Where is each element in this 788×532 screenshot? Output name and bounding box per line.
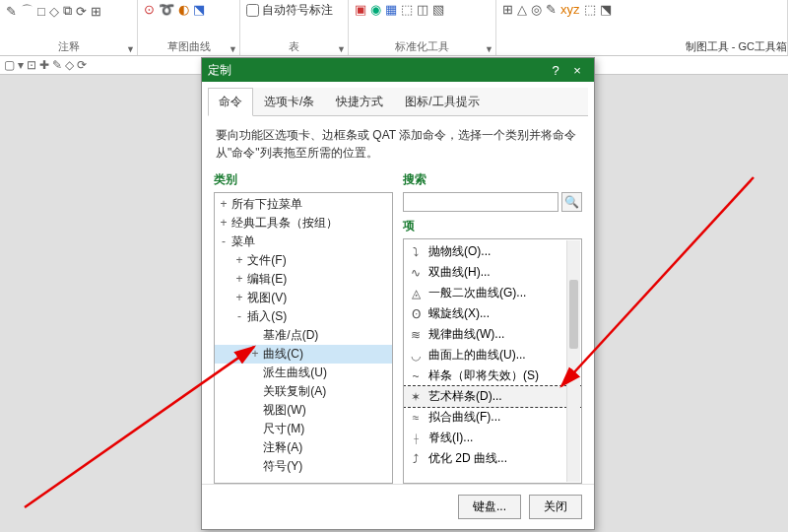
tree-node[interactable]: 视图(W): [215, 401, 392, 420]
tree-node[interactable]: - 插入(S): [215, 307, 392, 326]
item-icon: ⟊: [408, 431, 424, 446]
group-label: 注释: [0, 39, 137, 54]
group-label: 草图曲线: [138, 39, 239, 54]
list-item[interactable]: ~样条（即将失效）(S): [404, 366, 581, 386]
tab-tabs[interactable]: 选项卡/条: [253, 88, 325, 115]
item-icon: ◬: [408, 286, 424, 301]
item-icon: ≋: [408, 327, 424, 343]
dialog-desc: 要向功能区选项卡、边框条或 QAT 添加命令，选择一个类别并将命令从"命令"列表…: [202, 116, 594, 171]
list-item[interactable]: ◡曲面上的曲线(U)...: [404, 345, 581, 366]
ribbon-group-annotate: ✎⌒□◇⧉⟳⊞ 注释 ▼: [0, 0, 138, 55]
tree-node[interactable]: 派生曲线(U): [215, 364, 392, 382]
toolbar-icon[interactable]: ⊡: [27, 58, 36, 72]
dialog-tabs: 命令 选项卡/条 快捷方式 图标/工具提示: [208, 88, 588, 116]
tab-shortcuts[interactable]: 快捷方式: [325, 88, 394, 115]
tree-node[interactable]: + 编辑(E): [215, 270, 392, 289]
close-icon[interactable]: ×: [566, 63, 588, 78]
toolbar-icon[interactable]: ✚: [39, 58, 49, 72]
item-label: 曲面上的曲线(U)...: [428, 347, 526, 364]
ribbon-group-misc: ⊞△◎✎xyz⬚⬔ 制图工具 - GC工具箱: [496, 0, 788, 55]
toolbar-icon[interactable]: ▢: [4, 58, 15, 72]
search-label: 搜索: [403, 171, 582, 188]
keyboard-button[interactable]: 键盘...: [458, 495, 521, 519]
tree-node[interactable]: + 曲线(C): [215, 345, 392, 364]
chevron-down-icon[interactable]: ▼: [126, 44, 135, 54]
ribbon-icons: ⊞△◎✎xyz⬚⬔: [502, 2, 781, 17]
item-icon: ⤴: [408, 451, 424, 467]
scrollbar[interactable]: [566, 240, 580, 482]
tree-node[interactable]: 基准/点(D): [215, 326, 392, 345]
search-button[interactable]: 🔍: [561, 192, 582, 212]
ribbon-group-autolabel: 自动符号标注 表 ▼: [240, 0, 349, 55]
item-icon: ∿: [408, 265, 424, 281]
item-icon: ~: [408, 368, 424, 384]
item-label: 优化 2D 曲线...: [428, 450, 507, 467]
tree-node[interactable]: 尺寸(M): [215, 420, 392, 438]
chevron-down-icon[interactable]: ▼: [229, 44, 237, 54]
ribbon-group-sketchcurve: ⊙➰◐⬔ 草图曲线 ▼: [138, 0, 240, 55]
group-label: 表: [240, 39, 348, 54]
customize-dialog: 定制 ? × 命令 选项卡/条 快捷方式 图标/工具提示 要向功能区选项卡、边框…: [201, 57, 595, 530]
titlebar[interactable]: 定制 ? ×: [202, 58, 594, 82]
toolbar-icon[interactable]: ⟳: [77, 58, 87, 72]
items-list[interactable]: ⤵抛物线(O)...∿双曲线(H)...◬一般二次曲线(G)...ʘ螺旋线(X)…: [403, 238, 582, 484]
category-label: 类别: [214, 171, 393, 188]
ribbon-icons: ▣◉▦⬚◫▧: [355, 2, 490, 17]
scroll-thumb[interactable]: [569, 280, 578, 349]
item-icon: ◡: [408, 348, 424, 364]
list-item[interactable]: ʘ螺旋线(X)...: [404, 303, 581, 324]
chevron-down-icon[interactable]: ▼: [485, 44, 493, 54]
ribbon-icons: ✎⌒□◇⧉⟳⊞: [6, 2, 131, 20]
list-item[interactable]: ⟊脊线(I)...: [404, 428, 581, 448]
list-item[interactable]: ⤵抛物线(O)...: [404, 241, 581, 262]
item-label: 拟合曲线(F)...: [428, 409, 500, 426]
tree-node[interactable]: 注释(A): [215, 438, 392, 457]
tab-commands[interactable]: 命令: [208, 88, 253, 116]
item-icon: ʘ: [408, 306, 424, 322]
tree-node[interactable]: 关联复制(A): [215, 382, 392, 401]
group-label: 标准化工具: [349, 39, 495, 54]
close-button[interactable]: 关闭: [529, 495, 582, 519]
tree-node[interactable]: + 视图(V): [215, 289, 392, 307]
tree-node[interactable]: + 经典工具条（按组）: [215, 214, 392, 233]
list-item[interactable]: ✶艺术样条(D)...: [404, 386, 581, 407]
item-icon: ≈: [408, 410, 424, 426]
toolbox-label: 制图工具 - GC工具箱: [496, 39, 787, 54]
category-column: 类别 + 所有下拉菜单+ 经典工具条（按组）- 菜单+ 文件(F)+ 编辑(E)…: [214, 171, 393, 484]
search-input[interactable]: [403, 192, 558, 212]
tree-node[interactable]: - 菜单: [215, 233, 392, 251]
ribbon-group-std: ▣◉▦⬚◫▧ 标准化工具 ▼: [349, 0, 496, 55]
dialog-title: 定制: [208, 62, 545, 79]
item-label: 螺旋线(X)...: [428, 305, 490, 322]
items-label: 项: [403, 218, 582, 234]
list-item[interactable]: ≋规律曲线(W)...: [404, 324, 581, 345]
list-item[interactable]: ◬一般二次曲线(G)...: [404, 283, 581, 303]
item-label: 一般二次曲线(G)...: [428, 285, 526, 301]
item-icon: ⤵: [408, 244, 424, 260]
category-tree[interactable]: + 所有下拉菜单+ 经典工具条（按组）- 菜单+ 文件(F)+ 编辑(E)+ 视…: [214, 192, 393, 484]
chevron-down-icon[interactable]: ▼: [337, 44, 346, 54]
tree-node[interactable]: + 所有下拉菜单: [215, 195, 392, 214]
toolbar-icon[interactable]: ◇: [65, 58, 74, 72]
tab-icons[interactable]: 图标/工具提示: [394, 88, 490, 115]
toolbar-icon[interactable]: ▾: [18, 58, 24, 72]
autolabel-checkbox[interactable]: 自动符号标注: [246, 2, 342, 19]
ribbon-icons: ⊙➰◐⬔: [144, 2, 233, 17]
list-item[interactable]: ∿双曲线(H)...: [404, 262, 581, 283]
help-button[interactable]: ?: [545, 63, 566, 78]
item-label: 脊线(I)...: [428, 430, 473, 446]
item-icon: ✶: [408, 389, 424, 405]
items-column: 搜索 🔍 项 ⤵抛物线(O)...∿双曲线(H)...◬一般二次曲线(G)...…: [403, 171, 582, 484]
tree-node[interactable]: + 文件(F): [215, 251, 392, 270]
item-label: 规律曲线(W)...: [428, 326, 504, 343]
list-item[interactable]: ≈拟合曲线(F)...: [404, 407, 581, 428]
item-label: 艺术样条(D)...: [428, 388, 502, 405]
item-label: 抛物线(O)...: [428, 243, 491, 260]
tree-node[interactable]: 符号(Y): [215, 457, 392, 476]
autolabel-text: 自动符号标注: [262, 2, 333, 19]
item-label: 双曲线(H)...: [428, 264, 491, 281]
toolbar-icon[interactable]: ✎: [52, 58, 62, 72]
item-label: 样条（即将失效）(S): [428, 367, 539, 384]
list-item[interactable]: ⤴优化 2D 曲线...: [404, 448, 581, 469]
